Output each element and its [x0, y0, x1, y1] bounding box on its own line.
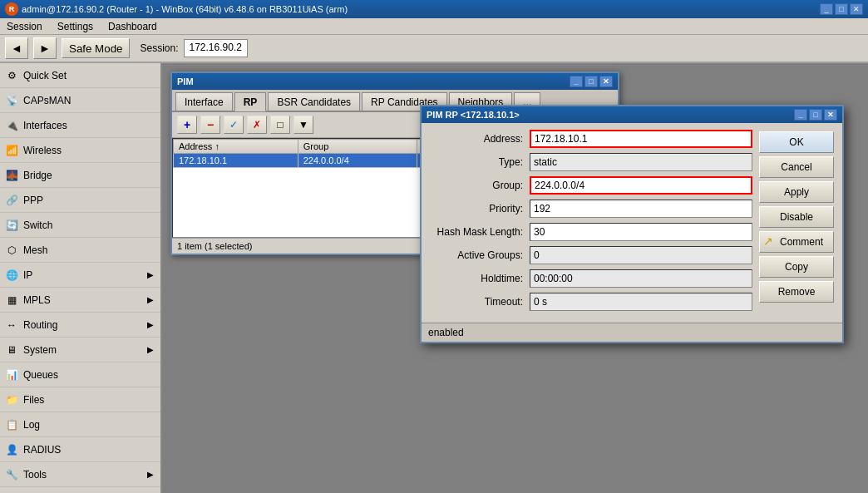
cancel-button[interactable]: Cancel — [759, 156, 834, 178]
sidebar-item-mesh[interactable]: ⬡ Mesh — [0, 238, 160, 263]
hashmask-label: Hash Mask Length: — [430, 226, 530, 238]
mesh-icon: ⬡ — [5, 244, 18, 257]
mpls-arrow-icon: ▶ — [147, 295, 154, 304]
sidebar-item-queues[interactable]: 📊 Queues — [0, 362, 160, 387]
sidebar-item-label: MPLS — [23, 294, 51, 306]
form-row-group: Group: — [430, 176, 752, 195]
hashmask-input[interactable] — [530, 223, 752, 241]
app-title-bar: R admin@172.16.90.2 (Router - 1) - WinBo… — [0, 0, 868, 18]
enable-button[interactable]: ✓ — [224, 116, 244, 134]
menu-bar: Session Settings Dashboard — [0, 18, 868, 35]
disable-button[interactable]: ✗ — [247, 116, 267, 134]
form-row-type: Type: — [430, 153, 752, 171]
settings-button[interactable]: □ — [270, 116, 290, 134]
group-input[interactable] — [530, 176, 752, 195]
sidebar-item-label: System — [23, 344, 57, 356]
form-row-priority: Priority: — [430, 200, 752, 218]
sidebar-item-switch[interactable]: 🔄 Switch — [0, 213, 160, 238]
pim-rp-close-button[interactable]: ✕ — [824, 109, 837, 121]
comment-button[interactable]: ↗ Comment — [759, 231, 834, 253]
sidebar: ⚙ Quick Set 📡 CAPsMAN 🔌 Interfaces 📶 Wir… — [0, 63, 162, 493]
pim-close-button[interactable]: ✕ — [599, 76, 613, 87]
capsman-icon: 📡 — [5, 94, 18, 107]
close-button[interactable]: ✕ — [850, 3, 863, 15]
sidebar-item-system[interactable]: 🖥 System ▶ — [0, 338, 160, 362]
app-title: admin@172.16.90.2 (Router - 1) - WinBox … — [22, 4, 820, 14]
pim-title-text: PIM — [177, 76, 570, 86]
priority-input[interactable] — [530, 200, 752, 218]
form-row-hashmask: Hash Mask Length: — [430, 223, 752, 241]
activegroups-label: Active Groups: — [430, 249, 530, 261]
wireless-icon: 📶 — [5, 144, 18, 157]
menu-dashboard[interactable]: Dashboard — [105, 20, 160, 33]
add-button[interactable]: + — [177, 116, 197, 134]
session-label: Session: — [140, 42, 178, 54]
timeout-label: Timeout: — [430, 296, 530, 308]
minimize-button[interactable]: _ — [820, 3, 833, 15]
sidebar-item-wireless[interactable]: 📶 Wireless — [0, 138, 160, 163]
pim-rp-maximize-button[interactable]: □ — [809, 109, 822, 121]
forward-button[interactable]: ► — [33, 37, 57, 59]
queues-icon: 📊 — [5, 368, 18, 382]
sidebar-item-radius[interactable]: 👤 RADIUS — [0, 437, 160, 462]
remove-button[interactable]: − — [200, 116, 220, 134]
timeout-input — [530, 293, 752, 311]
pim-rp-window-controls: _ □ ✕ — [794, 109, 837, 121]
app-icon: R — [5, 2, 18, 16]
session-value: 172.16.90.2 — [184, 39, 248, 57]
pim-rp-title-bar: PIM RP <172.18.10.1> _ □ ✕ — [422, 106, 842, 123]
type-input — [530, 153, 752, 171]
menu-session[interactable]: Session — [3, 20, 46, 33]
sidebar-item-label: Mesh — [23, 244, 47, 256]
form-row-address: Address: — [430, 130, 752, 148]
address-input[interactable] — [530, 130, 752, 148]
sidebar-item-bridge[interactable]: 🌉 Bridge — [0, 163, 160, 188]
sidebar-item-label: Routing — [23, 319, 57, 331]
sidebar-item-ip[interactable]: 🌐 IP ▶ — [0, 263, 160, 288]
pim-rp-minimize-button[interactable]: _ — [794, 109, 807, 121]
menu-settings[interactable]: Settings — [54, 20, 96, 33]
safe-mode-button[interactable]: Safe Mode — [62, 38, 130, 58]
col-address[interactable]: Address ↑ — [174, 140, 298, 154]
tools-arrow-icon: ▶ — [147, 470, 154, 479]
bridge-icon: 🌉 — [5, 169, 18, 182]
enabled-status-bar: enabled — [422, 323, 842, 342]
apply-button[interactable]: Apply — [759, 181, 834, 203]
dialog-buttons: OK Cancel Apply Disable ↗ Comment Copy R… — [759, 130, 834, 316]
copy-button[interactable]: Copy — [759, 256, 834, 278]
tab-bsr-candidates[interactable]: BSR Candidates — [268, 92, 360, 111]
sidebar-item-mpls[interactable]: ▦ MPLS ▶ — [0, 288, 160, 313]
disable-button[interactable]: Disable — [759, 206, 834, 228]
main-toolbar: ◄ ► Safe Mode Session: 172.16.90.2 — [0, 35, 868, 63]
sidebar-item-tools[interactable]: 🔧 Tools ▶ — [0, 462, 160, 487]
tab-interface[interactable]: Interface — [175, 92, 233, 111]
back-button[interactable]: ◄ — [5, 37, 28, 59]
sidebar-item-log[interactable]: 📋 Log — [0, 412, 160, 437]
sidebar-item-label: Quick Set — [23, 70, 67, 81]
form-row-holdtime: Holdtime: — [430, 269, 752, 288]
system-arrow-icon: ▶ — [147, 345, 154, 354]
filter-button[interactable]: ▼ — [293, 116, 313, 134]
sidebar-item-label: PPP — [23, 195, 43, 206]
cell-address: 172.18.10.1 — [174, 154, 298, 168]
col-group[interactable]: Group — [298, 140, 417, 154]
sidebar-item-quickset[interactable]: ⚙ Quick Set — [0, 63, 160, 88]
sidebar-item-files[interactable]: 📁 Files — [0, 387, 160, 412]
pim-status-text: 1 item (1 selected) — [177, 241, 252, 251]
sidebar-item-ppp[interactable]: 🔗 PPP — [0, 188, 160, 213]
pim-minimize-button[interactable]: _ — [570, 76, 583, 87]
sidebar-item-interfaces[interactable]: 🔌 Interfaces — [0, 113, 160, 138]
ok-button[interactable]: OK — [759, 131, 834, 153]
tab-rp[interactable]: RP — [234, 92, 267, 111]
routing-arrow-icon: ▶ — [147, 320, 154, 329]
remove-button[interactable]: Remove — [759, 281, 834, 303]
mpls-icon: ▦ — [5, 293, 18, 307]
maximize-button[interactable]: □ — [835, 3, 848, 15]
sidebar-item-label: RADIUS — [23, 444, 61, 456]
pim-maximize-button[interactable]: □ — [584, 76, 598, 87]
sidebar-item-capsman[interactable]: 📡 CAPsMAN — [0, 88, 160, 113]
sidebar-item-label: Bridge — [23, 170, 52, 181]
enabled-text: enabled — [428, 327, 464, 338]
sidebar-item-routing[interactable]: ↔ Routing ▶ — [0, 313, 160, 338]
title-bar-controls: _ □ ✕ — [820, 3, 863, 15]
